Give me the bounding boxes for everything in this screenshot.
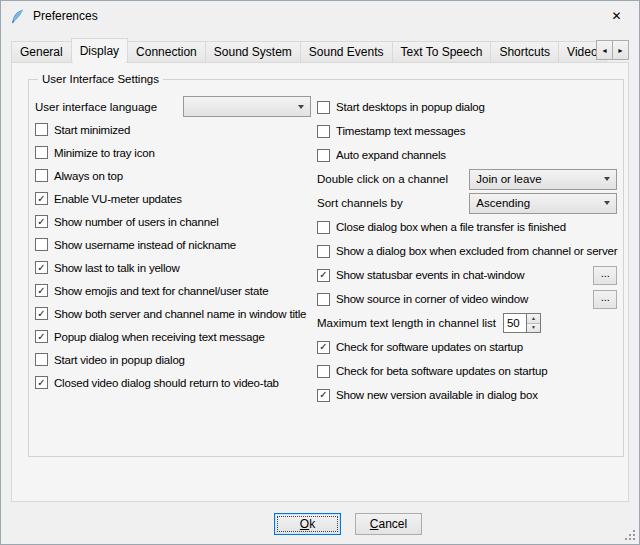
sort-channels-by-label: Sort channels by — [317, 197, 403, 209]
combobox-value: Ascending — [476, 197, 530, 209]
tab-sound-system[interactable]: Sound System — [205, 41, 301, 62]
close-button[interactable]: ✕ — [594, 1, 639, 31]
checkbox-check-for-beta-software-updates-on-startup[interactable]: Check for beta software updates on start… — [317, 365, 548, 378]
checkbox-check-for-software-updates-on-startup[interactable]: ✓Check for software updates on startup — [317, 341, 523, 354]
checkbox-label: Check for beta software updates on start… — [336, 365, 548, 377]
checkbox-checked-icon: ✓ — [35, 330, 48, 343]
ok-button[interactable]: Ok — [274, 513, 341, 535]
more-button-show-source-in-corner-of-video-window[interactable]: ... — [593, 290, 617, 309]
sort-channels-by-combobox[interactable]: Ascending — [469, 193, 617, 214]
tab-scroll-right-button[interactable]: ► — [612, 40, 629, 60]
language-label: User interface language — [35, 101, 157, 113]
checkbox-unchecked-icon — [317, 245, 330, 258]
spin-up-button[interactable]: ▲ — [527, 314, 540, 323]
tab-shortcuts[interactable]: Shortcuts — [490, 41, 559, 62]
checkbox-show-username-instead-of-nickname[interactable]: Show username instead of nickname — [35, 238, 236, 251]
checkbox-label: Popup dialog when receiving text message — [54, 331, 265, 343]
tab-sound-events[interactable]: Sound Events — [300, 41, 393, 62]
cancel-button[interactable]: Cancel — [355, 513, 422, 535]
checkbox-unchecked-icon — [35, 353, 48, 366]
checkbox-label: Timestamp text messages — [336, 125, 465, 137]
checkbox-minimize-to-tray-icon[interactable]: Minimize to tray icon — [35, 146, 155, 159]
checkbox-unchecked-icon — [317, 101, 330, 114]
checkbox-checked-icon: ✓ — [317, 341, 330, 354]
checkbox-label: Start desktops in popup dialog — [336, 101, 485, 113]
checkbox-enable-vu-meter-updates[interactable]: ✓Enable VU-meter updates — [35, 192, 182, 205]
checkbox-timestamp-text-messages[interactable]: Timestamp text messages — [317, 125, 465, 138]
window-title: Preferences — [33, 9, 98, 23]
titlebar: Preferences ✕ — [1, 1, 639, 31]
checkbox-label: Check for software updates on startup — [336, 341, 523, 353]
checkbox-show-a-dialog-box-when-excluded-from-channel-or-server[interactable]: Show a dialog box when excluded from cha… — [317, 245, 617, 258]
tab-bar: GeneralDisplayConnectionSound SystemSoun… — [11, 38, 629, 62]
checkbox-start-desktops-in-popup-dialog[interactable]: Start desktops in popup dialog — [317, 101, 485, 114]
checkbox-show-new-version-available-in-dialog-box[interactable]: ✓Show new version available in dialog bo… — [317, 389, 538, 402]
group-title: User Interface Settings — [38, 73, 163, 85]
chevron-down-icon — [298, 105, 304, 109]
checkbox-show-last-to-talk-in-yellow[interactable]: ✓Show last to talk in yellow — [35, 261, 180, 274]
checkbox-show-source-in-corner-of-video-window[interactable]: Show source in corner of video window — [317, 293, 528, 306]
checkbox-start-video-in-popup-dialog[interactable]: Start video in popup dialog — [35, 353, 185, 366]
display-tab-panel: User Interface Settings User interface l… — [11, 62, 629, 502]
checkbox-unchecked-icon — [317, 149, 330, 162]
checkbox-label: Start minimized — [54, 124, 130, 136]
left-checkbox-list: Start minimizedMinimize to tray iconAlwa… — [35, 118, 311, 394]
checkbox-close-dialog-box-when-a-file-transfer-is-finished[interactable]: Close dialog box when a file transfer is… — [317, 221, 566, 234]
checkbox-unchecked-icon — [35, 169, 48, 182]
checkbox-unchecked-icon — [35, 123, 48, 136]
tab-display[interactable]: Display — [71, 38, 128, 62]
tab-connection[interactable]: Connection — [127, 41, 206, 62]
checkbox-label: Show statusbar events in chat-window — [336, 269, 524, 281]
checkbox-label: Show number of users in channel — [54, 216, 218, 228]
double-click-on-a-channel-combobox[interactable]: Join or leave — [469, 169, 617, 190]
checkbox-checked-icon: ✓ — [35, 215, 48, 228]
checkbox-label: Show source in corner of video window — [336, 293, 528, 305]
combobox-value: Join or leave — [476, 173, 541, 185]
checkbox-label: Show a dialog box when excluded from cha… — [336, 245, 617, 257]
checkbox-always-on-top[interactable]: Always on top — [35, 169, 123, 182]
app-logo-icon — [9, 8, 26, 25]
language-row: User interface language — [35, 95, 311, 118]
checkbox-popup-dialog-when-receiving-text-message[interactable]: ✓Popup dialog when receiving text messag… — [35, 330, 265, 343]
resize-grip[interactable] — [623, 528, 636, 541]
checkbox-label: Minimize to tray icon — [54, 147, 155, 159]
checkbox-auto-expand-channels[interactable]: Auto expand channels — [317, 149, 446, 162]
checkbox-label: Show last to talk in yellow — [54, 262, 180, 274]
chevron-down-icon — [604, 201, 610, 205]
checkbox-label: Enable VU-meter updates — [54, 193, 182, 205]
checkbox-unchecked-icon — [317, 293, 330, 306]
left-settings-column: User interface language Start minimizedM… — [35, 95, 311, 407]
checkbox-show-emojis-and-text-for-channel-user-state[interactable]: ✓Show emojis and text for channel/user s… — [35, 284, 269, 297]
checkbox-label: Show username instead of nickname — [54, 239, 236, 251]
checkbox-start-minimized[interactable]: Start minimized — [35, 123, 130, 136]
preferences-window: Preferences ✕ GeneralDisplayConnectionSo… — [0, 0, 640, 545]
checkbox-show-statusbar-events-in-chat-window[interactable]: ✓Show statusbar events in chat-window — [317, 269, 524, 282]
checkbox-unchecked-icon — [317, 221, 330, 234]
user-interface-settings-group: User Interface Settings User interface l… — [28, 73, 624, 457]
checkbox-checked-icon: ✓ — [35, 261, 48, 274]
checkbox-checked-icon: ✓ — [35, 192, 48, 205]
maximum-text-length-in-channel-list-label: Maximum text length in channel list — [317, 317, 496, 329]
tab-scroll-left-button[interactable]: ◄ — [596, 40, 613, 60]
checkbox-unchecked-icon — [35, 146, 48, 159]
right-settings-column: Start desktops in popup dialogTimestamp … — [317, 95, 617, 407]
checkbox-label: Close dialog box when a file transfer is… — [336, 221, 566, 233]
maximum-text-length-in-channel-list-spinbox[interactable]: 50▲▼ — [503, 313, 541, 333]
checkbox-checked-icon: ✓ — [317, 389, 330, 402]
tab-general[interactable]: General — [11, 41, 72, 62]
checkbox-label: Show both server and channel name in win… — [54, 308, 306, 320]
checkbox-label: Auto expand channels — [336, 149, 446, 161]
tab-text-to-speech[interactable]: Text To Speech — [392, 41, 492, 62]
more-button-show-statusbar-events-in-chat-window[interactable]: ... — [593, 266, 617, 285]
checkbox-closed-video-dialog-should-return-to-video-tab[interactable]: ✓Closed video dialog should return to vi… — [35, 376, 279, 389]
language-combobox[interactable] — [183, 96, 311, 117]
spin-down-button[interactable]: ▼ — [527, 323, 540, 333]
checkbox-checked-icon: ✓ — [35, 284, 48, 297]
checkbox-unchecked-icon — [35, 238, 48, 251]
checkbox-checked-icon: ✓ — [35, 307, 48, 320]
spin-buttons: ▲▼ — [526, 313, 541, 333]
checkbox-unchecked-icon — [317, 125, 330, 138]
tab-scroll-control: ◄ ► — [597, 40, 629, 60]
checkbox-show-both-server-and-channel-name-in-window-title[interactable]: ✓Show both server and channel name in wi… — [35, 307, 306, 320]
checkbox-show-number-of-users-in-channel[interactable]: ✓Show number of users in channel — [35, 215, 218, 228]
